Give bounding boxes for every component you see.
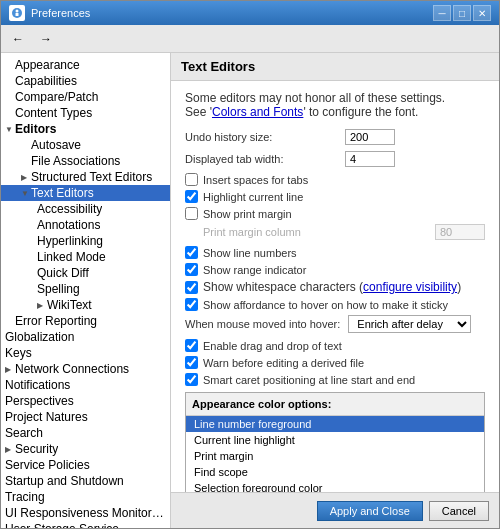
tab-width-row: Displayed tab width:	[185, 151, 485, 167]
content-panel: Text Editors Some editors may not honor …	[171, 53, 499, 528]
maximize-button[interactable]: □	[453, 5, 471, 21]
titlebar-controls: ─ □ ✕	[433, 5, 491, 21]
appearance-list: Line number foreground Current line high…	[186, 416, 484, 492]
sidebar-item-appearance[interactable]: Appearance	[1, 57, 170, 73]
sidebar-item-label: WikiText	[47, 298, 92, 312]
sidebar-item-label: Network Connections	[15, 362, 129, 376]
colors-fonts-link[interactable]: Colors and Fonts	[212, 105, 303, 119]
sidebar-item-label: Capabilities	[15, 74, 77, 88]
note-link-prefix: See '	[185, 105, 212, 119]
sidebar-item-label: Error Reporting	[15, 314, 97, 328]
sidebar-item-service-policies[interactable]: Service Policies	[1, 457, 170, 473]
sidebar-item-perspectives[interactable]: Perspectives	[1, 393, 170, 409]
expand-icon: ▼	[21, 189, 31, 198]
appearance-item-selection-fg[interactable]: Selection foreground color	[186, 480, 484, 492]
sidebar-item-user-storage[interactable]: User Storage Service	[1, 521, 170, 528]
print-margin-column-input[interactable]	[435, 224, 485, 240]
sidebar-item-label: Security	[15, 442, 58, 456]
configure-visibility-link[interactable]: configure visibility	[363, 280, 457, 294]
tab-width-label: Displayed tab width:	[185, 153, 345, 165]
sidebar-item-label: Appearance	[15, 58, 80, 72]
sidebar-item-ui-responsiveness[interactable]: UI Responsiveness Monitoring	[1, 505, 170, 521]
content-body: Some editors may not honor all of these …	[171, 81, 499, 492]
smart-caret-checkbox[interactable]	[185, 373, 198, 386]
sidebar-item-startup-shutdown[interactable]: Startup and Shutdown	[1, 473, 170, 489]
sidebar-item-accessibility[interactable]: Accessibility	[1, 201, 170, 217]
sidebar-item-label: Linked Mode	[37, 250, 106, 264]
sidebar-item-project-natures[interactable]: Project Natures	[1, 409, 170, 425]
hover-select[interactable]: Enrich after delay Enrich immediately No…	[348, 315, 471, 333]
appearance-panel: Appearance color options: Line number fo…	[185, 392, 485, 492]
show-affordance-label: Show affordance to hover on how to make …	[203, 299, 448, 311]
show-affordance-checkbox[interactable]	[185, 298, 198, 311]
sidebar-item-file-associations[interactable]: File Associations	[1, 153, 170, 169]
highlight-current-checkbox[interactable]	[185, 190, 198, 203]
print-margin-column-row: Print margin column	[185, 224, 485, 240]
sidebar-item-linked-mode[interactable]: Linked Mode	[1, 249, 170, 265]
sidebar-item-network-connections[interactable]: ▶ Network Connections	[1, 361, 170, 377]
sidebar-item-compare-patch[interactable]: Compare/Patch	[1, 89, 170, 105]
sidebar-item-hyperlinking[interactable]: Hyperlinking	[1, 233, 170, 249]
appearance-item-print-margin[interactable]: Print margin	[186, 448, 484, 464]
undo-history-label: Undo history size:	[185, 131, 345, 143]
appearance-item-line-number[interactable]: Line number foreground	[186, 416, 484, 432]
sidebar-item-tracing[interactable]: Tracing	[1, 489, 170, 505]
sidebar-item-label: Editors	[15, 122, 56, 136]
drag-drop-checkbox[interactable]	[185, 339, 198, 352]
sidebar-item-keys[interactable]: Keys	[1, 345, 170, 361]
show-range-label: Show range indicator	[203, 264, 306, 276]
expand-icon: ▼	[5, 125, 15, 134]
print-margin-column-label: Print margin column	[203, 226, 301, 238]
cancel-button[interactable]: Cancel	[429, 501, 489, 521]
note-main: Some editors may not honor all of these …	[185, 91, 445, 105]
close-button[interactable]: ✕	[473, 5, 491, 21]
appearance-item-current-line[interactable]: Current line highlight	[186, 432, 484, 448]
appearance-section-label: Appearance color options:	[192, 398, 331, 410]
affordance-row: Show affordance to hover on how to make …	[185, 298, 485, 311]
sidebar-item-label: UI Responsiveness Monitoring	[5, 506, 166, 520]
show-whitespace-label: Show whitespace characters (configure vi…	[203, 280, 461, 294]
content-header: Text Editors	[171, 53, 499, 81]
warn-editing-label: Warn before editing a derived file	[203, 357, 364, 369]
preferences-window: Preferences ─ □ ✕ ← → Appearance	[0, 0, 500, 529]
sidebar-item-annotations[interactable]: Annotations	[1, 217, 170, 233]
note-link-suffix: ' to configure the font.	[303, 105, 418, 119]
sidebar-item-quick-diff[interactable]: Quick Diff	[1, 265, 170, 281]
sidebar-item-security[interactable]: ▶ Security	[1, 441, 170, 457]
sidebar-item-search[interactable]: Search	[1, 425, 170, 441]
back-button[interactable]: ←	[5, 29, 31, 49]
forward-button[interactable]: →	[33, 29, 59, 49]
sidebar-item-label: Project Natures	[5, 410, 88, 424]
insert-spaces-row: Insert spaces for tabs	[185, 173, 485, 186]
drag-drop-label: Enable drag and drop of text	[203, 340, 342, 352]
drag-drop-row: Enable drag and drop of text	[185, 339, 485, 352]
sidebar-item-notifications[interactable]: Notifications	[1, 377, 170, 393]
appearance-item-find-scope[interactable]: Find scope	[186, 464, 484, 480]
show-line-numbers-label: Show line numbers	[203, 247, 297, 259]
show-range-checkbox[interactable]	[185, 263, 198, 276]
sidebar-item-text-editors[interactable]: ▼ Text Editors	[1, 185, 170, 201]
sidebar-item-label: Compare/Patch	[15, 90, 98, 104]
warn-editing-checkbox[interactable]	[185, 356, 198, 369]
sidebar-item-wikitext[interactable]: ▶ WikiText	[1, 297, 170, 313]
sidebar-item-capabilities[interactable]: Capabilities	[1, 73, 170, 89]
insert-spaces-checkbox[interactable]	[185, 173, 198, 186]
apply-close-button[interactable]: Apply and Close	[317, 501, 423, 521]
sidebar-item-error-reporting[interactable]: Error Reporting	[1, 313, 170, 329]
sidebar-item-globalization[interactable]: Globalization	[1, 329, 170, 345]
undo-history-input[interactable]	[345, 129, 395, 145]
show-line-numbers-checkbox[interactable]	[185, 246, 198, 259]
sidebar-item-structured-text-editors[interactable]: ▶ Structured Text Editors	[1, 169, 170, 185]
minimize-button[interactable]: ─	[433, 5, 451, 21]
sidebar-item-label: Structured Text Editors	[31, 170, 152, 184]
highlight-current-label: Highlight current line	[203, 191, 303, 203]
show-whitespace-checkbox[interactable]	[185, 281, 198, 294]
sidebar-item-editors[interactable]: ▼ Editors	[1, 121, 170, 137]
svg-rect-2	[16, 13, 19, 16]
expand-icon: ▶	[37, 301, 47, 310]
sidebar-item-content-types[interactable]: Content Types	[1, 105, 170, 121]
tab-width-input[interactable]	[345, 151, 395, 167]
sidebar-item-spelling[interactable]: Spelling	[1, 281, 170, 297]
sidebar-item-autosave[interactable]: Autosave	[1, 137, 170, 153]
show-print-margin-checkbox[interactable]	[185, 207, 198, 220]
